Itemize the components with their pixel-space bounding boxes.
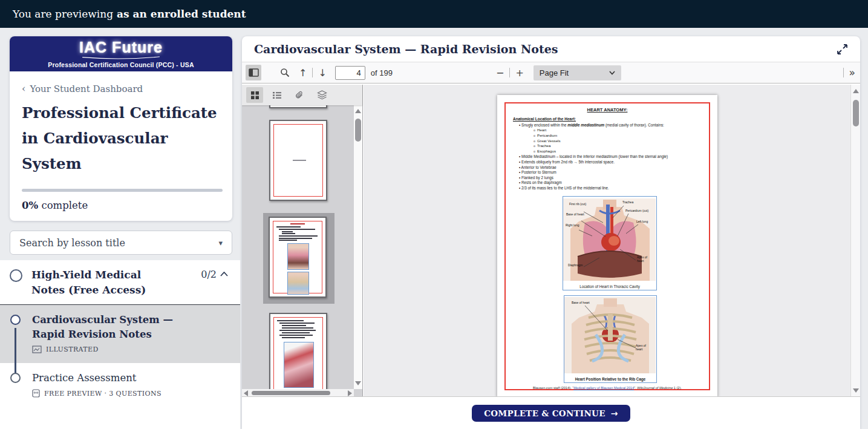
figure1-label: Apex of heart (637, 256, 651, 263)
chevron-down-icon (609, 71, 615, 75)
lesson-item-cardio-notes[interactable]: Cardiovascular System — Rapid Revision N… (0, 305, 240, 363)
document-bullet: Flanked by 2 lungs (519, 175, 702, 181)
caret-down-icon: ▾ (218, 238, 223, 247)
thumbnail-scroll-area[interactable] (242, 105, 354, 389)
section-progress-circle (10, 269, 22, 282)
thumbnail-page-3[interactable] (269, 120, 327, 201)
toolbar-more-button[interactable]: » (849, 67, 855, 79)
pdf-vertical-scrollbar[interactable] (850, 85, 860, 397)
rib-cage-illustration (564, 297, 656, 373)
back-chevron-icon: ‹ (22, 85, 25, 93)
illustrated-icon (32, 345, 42, 353)
figure1-label: Left lung (636, 220, 648, 223)
pdf-page-view[interactable]: HEART ANATOMY: Anatomical Location of th… (364, 85, 850, 397)
document-bullet: Middle Mediastinum – located in the infe… (519, 154, 702, 160)
quiz-icon (32, 389, 40, 398)
toggle-sidebar-button[interactable] (246, 65, 261, 80)
document-sub-bullet: Pericardium (534, 133, 702, 139)
thumbnail-sidebar (242, 85, 363, 397)
preview-banner: You are previewing as an enrolled studen… (0, 0, 868, 28)
figure1-label: Base of heart (566, 212, 584, 216)
figure1-label: Pericardium (cut) (625, 209, 648, 212)
next-page-button[interactable]: ↓ (318, 67, 326, 79)
lesson-title: Cardiovascular System — Rapid Revision N… (32, 313, 195, 342)
complete-continue-button[interactable]: COMPLETE & CONTINUE → (472, 405, 630, 422)
figure1-label: Trachea (622, 200, 633, 204)
search-button[interactable] (277, 65, 293, 80)
outline-tab[interactable] (269, 87, 286, 103)
document-sub-bullet: Trachea (534, 143, 702, 149)
logo-swoosh-icon (76, 56, 166, 60)
lesson-status-circle (10, 373, 21, 383)
figure-heart-rib-cage: Base of heart Apex of heart Heart Positi… (564, 295, 657, 383)
course-card: IAC Future Professional Certification Co… (10, 36, 232, 221)
lesson-connector-line (15, 328, 16, 374)
layers-tab[interactable] (313, 87, 330, 103)
complete-continue-label: COMPLETE & CONTINUE (484, 408, 605, 418)
thumbnail-page-2[interactable] (269, 105, 327, 108)
brand-subtitle: Professional Certification Council (PCC)… (48, 61, 194, 68)
lesson-viewer-panel: Cardiovascular System — Rapid Revision N… (242, 36, 860, 429)
figure2-label: Apex of heart (636, 344, 651, 351)
figure1-label: Diaphragm (568, 263, 582, 267)
figure-citation: Blausen.com staff (2014). “Medical galle… (497, 386, 717, 390)
thumbnail-page-4-selected[interactable] (263, 213, 334, 304)
document-bullet: Anterior to Vertebrae (519, 165, 702, 171)
pdf-toolbar: ↑ ↓ of 199 − + Page Fit » (242, 62, 860, 84)
page-count-label: of 199 (371, 68, 393, 77)
document-text: HEART ANATOMY: Anatomical Location of th… (513, 107, 702, 191)
progress-bar (22, 189, 223, 192)
app-root: You are previewing as an enrolled studen… (0, 0, 868, 429)
document-bullet: Rests on the diaphragm (519, 180, 702, 186)
thumbnails-tab[interactable] (246, 87, 263, 103)
brand-banner: IAC Future Professional Certification Co… (10, 36, 232, 71)
back-to-dashboard-link[interactable]: ‹ Your Student Dashboard (22, 84, 219, 94)
progress-label: complete (38, 200, 88, 211)
fullscreen-expand-icon[interactable] (837, 44, 848, 55)
chevron-up-icon[interactable] (220, 272, 228, 277)
lesson-meta-label: ILLUSTRATED (46, 345, 99, 353)
toolbar-separator (312, 68, 313, 77)
thumbnail-horizontal-scrollbar[interactable] (242, 389, 354, 397)
figure2-caption: Heart Position Relative to the Rib Cage (564, 377, 656, 381)
document-bullet: Extends obliquely from 2nd rib → 5th int… (519, 160, 702, 165)
lesson-footer: COMPLETE & CONTINUE → (242, 398, 860, 429)
previous-page-button[interactable]: ↑ (299, 67, 307, 79)
page-number-input[interactable] (335, 66, 365, 80)
lesson-search-placeholder: Search by lesson title (19, 237, 125, 249)
document-sub-bullet: Heart (534, 128, 702, 133)
section-header-high-yield[interactable]: High-Yield Medical Notes (Free Access) 0… (0, 260, 240, 298)
progress-text: 0% complete (22, 200, 219, 211)
preview-banner-bold: as an enrolled student (117, 8, 246, 20)
brand-logo: IAC Future (79, 40, 163, 55)
document-bullets: Middle Mediastinum – located in the infe… (519, 154, 702, 191)
citation-link[interactable]: Medical gallery of Blausen Medical 2014 (573, 386, 634, 390)
lesson-meta-label: FREE PREVIEW · 3 QUESTIONS (44, 390, 162, 398)
back-link-label: Your Student Dashboard (30, 84, 143, 94)
document-bullet: 2/3 of its mass lies to the LHS of the m… (519, 186, 702, 191)
pdf-viewer: HEART ANATOMY: Anatomical Location of th… (242, 85, 860, 397)
thumbnail-page-5[interactable] (269, 313, 327, 389)
figure1-caption: Location of Heart in Thoracic Cavity (563, 284, 656, 289)
zoom-out-button[interactable]: − (496, 67, 504, 79)
preview-banner-text: You are previewing (13, 8, 113, 20)
lesson-search-dropdown[interactable]: Search by lesson title ▾ (10, 231, 232, 255)
toolbar-separator (509, 68, 510, 77)
course-title: Professional Certificate in Cardiovascul… (22, 100, 225, 177)
attachments-tab[interactable] (291, 87, 308, 103)
document-sub-bullet: Great Vessels (534, 139, 702, 144)
zoom-level-value: Page Fit (540, 68, 569, 77)
document-subheading: Anatomical Location of the Heart: (513, 117, 702, 121)
thumbnail-vertical-scrollbar[interactable] (354, 105, 362, 389)
figure-heart-thoracic-cavity: First rib (cut) Base of heart Right lung… (563, 196, 657, 290)
sidebar-tab-row (242, 85, 362, 105)
section-title: High-Yield Medical Notes (Free Access) (31, 267, 165, 298)
arrow-right-icon: → (611, 408, 618, 418)
lesson-title: Practice Assessment (32, 371, 195, 385)
lesson-item-practice-assessment[interactable]: Practice Assessment FREE PREVIEW · 3 QUE… (0, 363, 240, 405)
document-heading: HEART ANATOMY: (513, 107, 702, 113)
figure2-label: Base of heart (572, 301, 590, 304)
section-count: 0/2 (201, 269, 217, 280)
zoom-in-button[interactable]: + (515, 67, 523, 79)
zoom-level-select[interactable]: Page Fit (534, 65, 621, 80)
